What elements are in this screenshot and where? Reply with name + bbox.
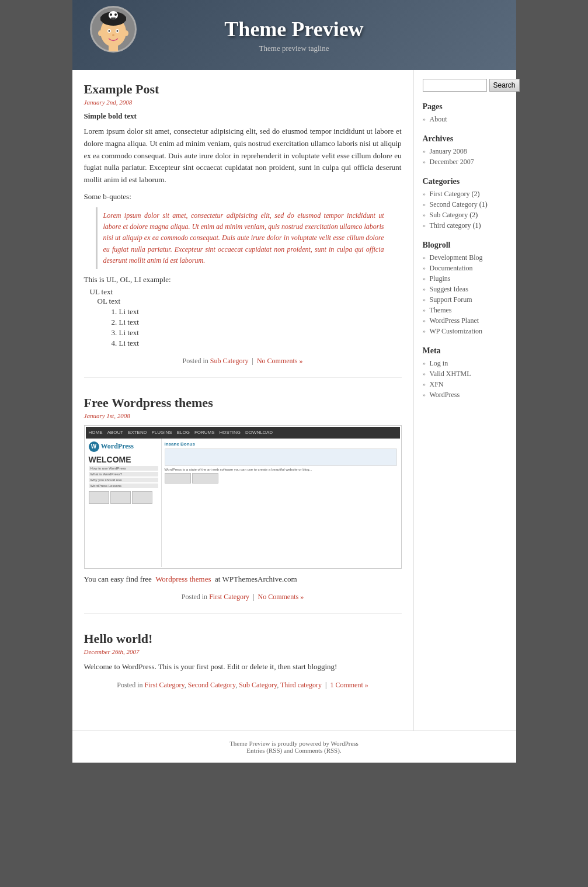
- pages-heading: Pages: [423, 102, 507, 112]
- list-item: Log in: [423, 359, 507, 368]
- bquotes-label: Some b-quotes:: [84, 192, 402, 201]
- list-item: First Category (2): [423, 190, 507, 199]
- svg-point-5: [114, 13, 117, 16]
- post-category-link-wp[interactable]: First Category: [209, 593, 249, 601]
- footer-comments-rss[interactable]: Comments (RSS): [295, 747, 340, 754]
- wp-nav-about: ABOUT: [107, 430, 124, 435]
- post-footer-hello: Posted in First Category, Second Categor…: [84, 681, 402, 690]
- list-item: Li text: [119, 328, 402, 338]
- post-cat-first[interactable]: First Category: [145, 681, 185, 689]
- meta-heading: Meta: [423, 346, 507, 356]
- main-content: Example Post January 2nd, 2008 Simple bo…: [72, 70, 414, 731]
- list-item: WP Customization: [423, 327, 507, 336]
- blogroll-plugins[interactable]: Plugins: [430, 274, 451, 283]
- search-input[interactable]: [423, 79, 487, 92]
- list-item: Plugins: [423, 274, 507, 283]
- post-subtitle-example: Simple bold text: [84, 112, 402, 121]
- wp-sidebar-item-3: Why you should use: [89, 478, 158, 482]
- post-title-wp: Free Wordpress themes: [84, 395, 402, 411]
- blogroll-docs[interactable]: Documentation: [430, 264, 473, 272]
- list-item: Documentation: [423, 264, 507, 273]
- site-footer: Theme Preview is proudly powered by Word…: [72, 731, 516, 763]
- ol-text: OL text: [98, 297, 121, 305]
- site-title: Theme Preview: [224, 17, 363, 41]
- post-footer-example: Posted in Sub Category | No Comments »: [84, 357, 402, 366]
- meta-xfn[interactable]: XFN: [430, 380, 444, 388]
- post-cat-sub[interactable]: Sub Category: [239, 681, 277, 689]
- list-item: Support Forum: [423, 295, 507, 304]
- meta-wp[interactable]: WordPress: [430, 391, 460, 399]
- site-logo: [90, 6, 137, 53]
- footer-wp-link[interactable]: WordPress: [330, 740, 358, 747]
- blogroll-suggest[interactable]: Suggest Ideas: [430, 285, 468, 293]
- archive-jan2008[interactable]: January 2008: [430, 147, 467, 155]
- post-text-wp: You can easy find free Wordpress themes …: [84, 575, 402, 584]
- ul-section: UL text OL text Li text Li text Li text …: [90, 287, 402, 348]
- blogroll-support[interactable]: Support Forum: [430, 295, 472, 304]
- cat-first[interactable]: First Category (2): [430, 190, 480, 198]
- wp-nav-hosting: HOSTING: [220, 430, 241, 435]
- wp-logo-icon: W: [89, 441, 99, 452]
- svg-point-12: [98, 30, 103, 36]
- list-item: Development Blog: [423, 253, 507, 262]
- cat-sub[interactable]: Sub Category (2): [430, 211, 478, 219]
- blogroll-dev[interactable]: Development Blog: [430, 253, 483, 262]
- cat-second[interactable]: Second Category (1): [430, 200, 488, 208]
- wp-welcome-text: WELCOME: [89, 455, 158, 464]
- ul-text: UL text: [90, 287, 113, 296]
- wp-right-content: Insane Bonus WordPress is a state of the…: [162, 439, 400, 567]
- li-text-1: Li text: [119, 307, 139, 316]
- wp-logo-text: WordPress: [101, 442, 134, 451]
- list-item: Themes: [423, 306, 507, 315]
- post-date-wp: January 1st, 2008: [84, 412, 402, 419]
- footer-text-before: Theme Preview is proudly powered by: [229, 740, 329, 747]
- sidebar-blogroll: Blogroll Development Blog Documentation …: [423, 241, 507, 336]
- list-item: WordPress: [423, 391, 507, 399]
- posted-in-label-hello: Posted in: [117, 681, 142, 689]
- post-footer-wp: Posted in First Category | No Comments »: [84, 593, 402, 601]
- post-blockquote: Lorem ipsum dolor sit amet, consectetur …: [96, 207, 390, 269]
- wp-left-sidebar: W WordPress WELCOME How to use WordPress…: [86, 439, 162, 567]
- logo-image: [90, 6, 137, 53]
- post-comments-link-hello[interactable]: 1 Comment »: [330, 681, 368, 689]
- posted-in-label-wp: Posted in: [182, 593, 207, 601]
- wp-content-block-1: [165, 448, 397, 466]
- list-item: January 2008: [423, 147, 507, 156]
- list-item: Third category (1): [423, 221, 507, 230]
- page-about-link[interactable]: About: [430, 115, 447, 123]
- wp-sidebar-item-2: What is WordPress?: [89, 472, 158, 476]
- wp-themes-link[interactable]: Wordpress themes: [155, 575, 211, 583]
- list-item: Li text: [119, 307, 402, 316]
- wp-nav-themes2: BLOG: [177, 430, 190, 435]
- meta-login[interactable]: Log in: [430, 359, 448, 367]
- post-category-link[interactable]: Sub Category: [210, 357, 249, 365]
- post-date-hello: December 26th, 2007: [84, 648, 402, 655]
- svg-point-10: [116, 30, 118, 32]
- blogroll-themes[interactable]: Themes: [430, 306, 452, 314]
- archive-dec2007[interactable]: December 2007: [430, 158, 474, 166]
- meta-xhtml[interactable]: Valid XHTML: [430, 370, 471, 378]
- sidebar-archives: Archives January 2008 December 2007: [423, 134, 507, 166]
- cat-third[interactable]: Third category (1): [430, 221, 481, 229]
- ol-list: Li text Li text Li text Li text: [119, 307, 402, 348]
- blogroll-heading: Blogroll: [423, 241, 507, 250]
- post-text-after: at WPThemesArchive.com: [215, 575, 297, 583]
- blogroll-wpplanet[interactable]: WordPress Planet: [430, 316, 479, 325]
- site-header: Theme Preview Theme preview tagline: [72, 0, 516, 70]
- footer-entries-rss[interactable]: Entries (RSS): [246, 747, 282, 754]
- post-title-hello: Hello world!: [84, 631, 402, 646]
- post-comments-link[interactable]: No Comments »: [257, 357, 303, 365]
- list-item: Suggest Ideas: [423, 285, 507, 294]
- post-comments-link-wp[interactable]: No Comments »: [258, 593, 304, 601]
- ul-ol-label: This is UL, OL, LI example:: [84, 275, 402, 284]
- blogroll-wpcustom[interactable]: WP Customization: [430, 327, 483, 335]
- search-button[interactable]: Search: [489, 79, 520, 92]
- wp-sidebar-item-4: WordPress Lessons: [89, 483, 158, 488]
- post-wp-themes: Free Wordpress themes January 1st, 2008 …: [84, 395, 402, 614]
- post-cat-third[interactable]: Third category: [280, 681, 322, 689]
- wp-nav-bar: HOME ABOUT EXTEND PLUGINS BLOG FORUMS HO…: [86, 427, 400, 439]
- post-cat-second[interactable]: Second Category: [188, 681, 236, 689]
- sidebar-pages: Pages About: [423, 102, 507, 124]
- archives-list: January 2008 December 2007: [423, 147, 507, 166]
- svg-point-13: [124, 30, 128, 36]
